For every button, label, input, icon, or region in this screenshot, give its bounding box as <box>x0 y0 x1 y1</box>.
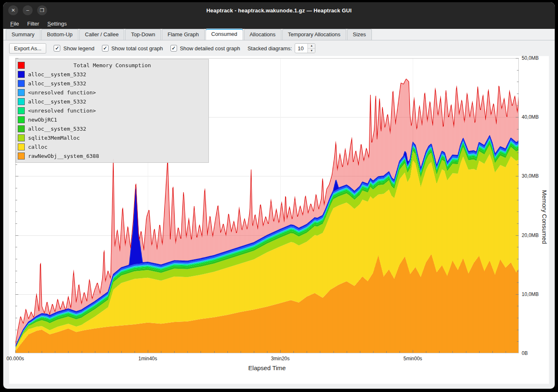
close-button[interactable]: ✕ <box>8 5 18 15</box>
legend-label: newObjRC1 <box>28 117 57 123</box>
y-axis-title: Memory Consumed <box>541 190 548 244</box>
app-window: ✕–❒ Heaptrack - heaptrack.wakunode.1.gz … <box>3 2 555 389</box>
legend-item: alloc__system_5332 <box>18 79 207 88</box>
legend-item: calloc <box>18 142 207 151</box>
toolbar: Export As... ✓Show legend✓Show total cos… <box>3 40 555 56</box>
window-title: Heaptrack - heaptrack.wakunode.1.gz — He… <box>206 7 352 14</box>
legend-swatch <box>18 80 25 87</box>
minimize-icon: – <box>26 7 29 13</box>
close-icon: ✕ <box>11 7 15 13</box>
legend-item: alloc__system_5332 <box>18 97 207 106</box>
legend-item: alloc__system_5332 <box>18 124 207 133</box>
stacked-diagrams-label: Stacked diagrams: <box>248 45 292 52</box>
tab-flame-graph[interactable]: Flame Graph <box>162 29 205 40</box>
legend-label: <unresolved function> <box>28 108 96 114</box>
x-axis-title: Elapsed Time <box>248 364 286 371</box>
tab-sizes[interactable]: Sizes <box>347 29 372 40</box>
legend-item: alloc__system_5332 <box>18 70 207 79</box>
maximize-icon: ❒ <box>40 7 45 13</box>
menu-filter[interactable]: Filter <box>24 19 43 28</box>
y-tick-label: 40,0MB <box>522 114 539 120</box>
legend-title: Total Memory Consumption <box>18 62 207 68</box>
tab-allocations[interactable]: Allocations <box>244 29 281 40</box>
legend-swatch <box>18 71 25 78</box>
legend-swatch <box>18 107 25 114</box>
legend-title-row: Total Memory Consumption <box>18 61 207 70</box>
menubar: FileFilterSettings <box>3 18 555 29</box>
y-tick-label: 10,0MB <box>522 291 539 297</box>
checkbox-label: Show detailed cost graph <box>180 45 240 52</box>
legend-swatch <box>18 125 25 132</box>
legend-label: alloc__system_5332 <box>28 71 86 77</box>
legend-item: rawNewObj__system_6388 <box>18 151 207 160</box>
legend-label: alloc__system_5332 <box>28 80 86 87</box>
tabbar: SummaryBottom-UpCaller / CalleeTop-DownF… <box>3 29 555 40</box>
legend-swatch <box>18 89 25 96</box>
spin-down-button[interactable]: ▼ <box>308 49 315 53</box>
checkbox-group: ✓Show legend✓Show total cost graph✓Show … <box>54 45 240 52</box>
checkbox-icon[interactable]: ✓ <box>102 45 109 52</box>
checkbox-show-total-cost-graph[interactable]: ✓Show total cost graph <box>102 45 163 52</box>
legend-item: <unresolved function> <box>18 106 207 115</box>
x-tick-label: 5min00s <box>403 356 422 361</box>
legend-label: alloc__system_5332 <box>28 126 86 132</box>
tab-temporary-allocations[interactable]: Temporary Allocations <box>282 29 346 40</box>
tab-caller-callee[interactable]: Caller / Callee <box>79 29 125 40</box>
legend-label: calloc <box>28 144 47 150</box>
legend-item: <unresolved function> <box>18 88 207 97</box>
stacked-diagrams-value[interactable]: 10 <box>295 44 307 53</box>
checkbox-label: Show total cost graph <box>111 45 163 52</box>
x-tick-label: 1min40s <box>138 356 157 361</box>
legend-swatch <box>18 143 25 150</box>
checkbox-icon[interactable]: ✓ <box>54 45 60 52</box>
tab-top-down[interactable]: Top-Down <box>125 29 161 40</box>
tab-consumed[interactable]: Consumed <box>206 28 243 40</box>
chart-legend: Total Memory Consumptionalloc__system_53… <box>16 59 209 163</box>
legend-item: newObjRC1 <box>18 115 207 124</box>
legend-label: rawNewObj__system_6388 <box>28 153 99 159</box>
legend-swatch <box>18 153 25 160</box>
legend-item: sqlite3MemMalloc <box>18 133 207 142</box>
legend-swatch <box>18 98 25 105</box>
legend-label: <unresolved function> <box>28 89 96 96</box>
menu-settings[interactable]: Settings <box>44 19 71 28</box>
x-tick-label: 3min20s <box>271 356 289 361</box>
consumed-chart: Total Memory Consumptionalloc__system_53… <box>9 56 549 384</box>
legend-label: sqlite3MemMalloc <box>28 135 80 141</box>
window-controls: ✕–❒ <box>8 5 47 15</box>
checkbox-label: Show legend <box>63 45 94 52</box>
checkbox-show-detailed-cost-graph[interactable]: ✓Show detailed cost graph <box>170 45 240 52</box>
y-tick-label: 30,0MB <box>522 173 539 179</box>
minimize-button[interactable]: – <box>23 5 33 15</box>
spin-up-button[interactable]: ▲ <box>308 44 315 49</box>
maximize-button[interactable]: ❒ <box>37 5 47 15</box>
y-tick-label: 0B <box>522 350 528 356</box>
y-tick-label: 50,0MB <box>522 55 539 61</box>
tab-summary[interactable]: Summary <box>6 29 40 40</box>
stacked-diagrams-spinner[interactable]: 10 ▲ ▼ <box>295 43 315 53</box>
menu-file[interactable]: File <box>7 19 23 28</box>
y-tick-label: 20,0MB <box>522 232 539 238</box>
legend-label: alloc__system_5332 <box>28 99 86 105</box>
legend-swatch <box>18 116 25 123</box>
tab-bottom-up[interactable]: Bottom-Up <box>41 29 78 40</box>
legend-swatch <box>18 134 25 141</box>
titlebar[interactable]: ✕–❒ Heaptrack - heaptrack.wakunode.1.gz … <box>3 2 555 18</box>
x-tick-label: 00.000s <box>7 356 24 361</box>
export-as-button[interactable]: Export As... <box>9 43 46 54</box>
checkbox-icon[interactable]: ✓ <box>170 45 177 52</box>
checkbox-show-legend[interactable]: ✓Show legend <box>54 45 94 52</box>
